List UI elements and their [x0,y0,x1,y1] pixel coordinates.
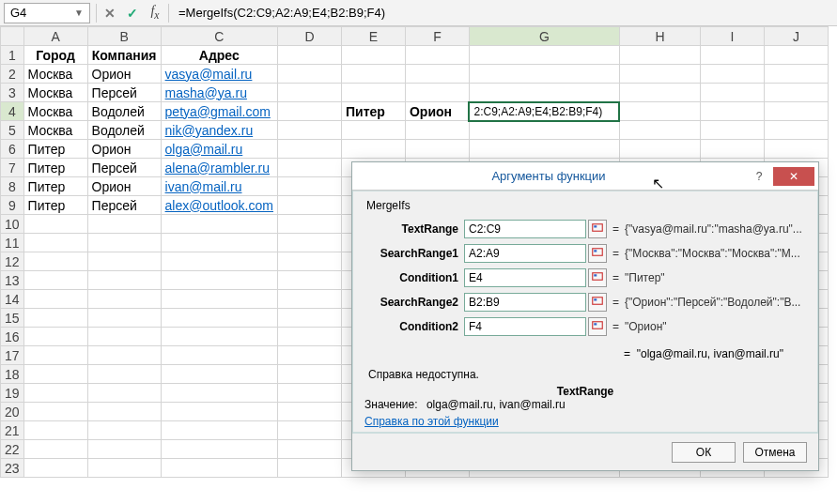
row-header-2[interactable]: 2 [1,65,24,84]
cell-G6[interactable] [469,140,619,159]
column-header-F[interactable]: F [405,27,469,46]
cell-B7[interactable]: Персей [87,159,161,177]
cell-E4[interactable]: Питер [341,102,405,121]
row-header-10[interactable]: 10 [1,215,24,234]
cell-G5[interactable] [469,121,619,140]
cell-D23[interactable] [277,459,341,478]
cell-C8[interactable]: ivan@mail.ru [161,177,277,196]
cell-A19[interactable] [23,384,87,403]
cell-A11[interactable] [23,234,87,252]
cell-H5[interactable] [619,121,700,140]
cell-C2[interactable]: vasya@mail.ru [161,65,277,84]
cell-D11[interactable] [277,234,341,252]
cell-B1[interactable]: Компания [87,46,161,65]
cell-A3[interactable]: Москва [23,84,87,102]
cell-D6[interactable] [277,140,341,159]
cell-A15[interactable] [23,309,87,328]
range-selector-icon[interactable] [588,293,607,312]
cell-C7[interactable]: alena@rambler.ru [161,159,277,177]
row-header-23[interactable]: 23 [1,459,24,478]
cell-C6[interactable]: olga@mail.ru [161,140,277,159]
cell-D21[interactable] [277,421,341,440]
cell-D15[interactable] [277,309,341,328]
column-header-I[interactable]: I [700,27,764,46]
dialog-close-button[interactable]: ✕ [773,167,814,186]
range-selector-icon[interactable] [588,244,607,263]
cell-B15[interactable] [87,309,161,328]
row-header-15[interactable]: 15 [1,309,24,328]
cell-B10[interactable] [87,215,161,234]
cell-A5[interactable]: Москва [23,121,87,140]
cell-C5[interactable]: nik@yandex.ru [161,121,277,140]
cell-G3[interactable] [469,84,619,102]
function-help-link[interactable]: Справка по этой функции [364,415,499,428]
cell-A17[interactable] [23,346,87,365]
cell-F4[interactable]: Орион [405,102,469,121]
cell-A9[interactable]: Питер [23,196,87,215]
cell-B17[interactable] [87,346,161,365]
cell-A1[interactable]: Город [23,46,87,65]
row-header-5[interactable]: 5 [1,121,24,140]
column-header-G[interactable]: G [469,27,619,46]
cell-I6[interactable] [700,140,764,159]
row-header-16[interactable]: 16 [1,328,24,346]
column-header-C[interactable]: C [161,27,277,46]
row-header-12[interactable]: 12 [1,252,24,271]
dialog-help-button[interactable]: ? [745,170,773,183]
row-header-8[interactable]: 8 [1,177,24,196]
arg-input-condition1[interactable]: E4 [464,268,586,287]
insert-function-button[interactable]: fx [144,3,166,23]
cell-G2[interactable] [469,65,619,84]
cell-D22[interactable] [277,440,341,459]
cell-C10[interactable] [161,215,277,234]
cell-A4[interactable]: Москва [23,102,87,121]
cell-E3[interactable] [341,84,405,102]
cell-G1[interactable] [469,46,619,65]
row-header-22[interactable]: 22 [1,440,24,459]
cell-C21[interactable] [161,421,277,440]
cell-J5[interactable] [764,121,828,140]
cell-C15[interactable] [161,309,277,328]
cell-A13[interactable] [23,271,87,290]
cell-D5[interactable] [277,121,341,140]
cell-F5[interactable] [405,121,469,140]
cancel-button[interactable]: Отмена [743,442,807,463]
formula-input[interactable]: =MergeIfs(C2:C9;A2:A9;E4;B2:B9;F4) [171,6,837,20]
name-box-dropdown-icon[interactable]: ▼ [74,8,84,18]
cell-B8[interactable]: Орион [87,177,161,196]
cell-B16[interactable] [87,328,161,346]
cell-D14[interactable] [277,290,341,309]
cell-C22[interactable] [161,440,277,459]
cell-B5[interactable]: Водолей [87,121,161,140]
ok-button[interactable]: ОК [672,442,736,463]
row-header-3[interactable]: 3 [1,84,24,102]
row-header-19[interactable]: 19 [1,384,24,403]
cell-C20[interactable] [161,403,277,421]
range-selector-icon[interactable] [588,220,607,238]
row-header-17[interactable]: 17 [1,346,24,365]
cell-D10[interactable] [277,215,341,234]
row-header-11[interactable]: 11 [1,234,24,252]
cell-C13[interactable] [161,271,277,290]
cell-F2[interactable] [405,65,469,84]
cell-E1[interactable] [341,46,405,65]
cell-G4[interactable]: 2:C9;A2:A9;E4;B2:B9;F4) [469,102,619,121]
column-header-J[interactable]: J [764,27,828,46]
cell-A8[interactable]: Питер [23,177,87,196]
cell-F3[interactable] [405,84,469,102]
cell-F1[interactable] [405,46,469,65]
cell-J3[interactable] [764,84,828,102]
cell-D1[interactable] [277,46,341,65]
cell-I3[interactable] [700,84,764,102]
row-header-7[interactable]: 7 [1,159,24,177]
dialog-titlebar[interactable]: Аргументы функции ? ✕ [352,162,818,191]
cell-B6[interactable]: Орион [87,140,161,159]
cell-D9[interactable] [277,196,341,215]
cell-E2[interactable] [341,65,405,84]
cell-I5[interactable] [700,121,764,140]
cell-J4[interactable] [764,102,828,121]
cell-I4[interactable] [700,102,764,121]
cell-D19[interactable] [277,384,341,403]
cell-D18[interactable] [277,365,341,384]
cell-B14[interactable] [87,290,161,309]
